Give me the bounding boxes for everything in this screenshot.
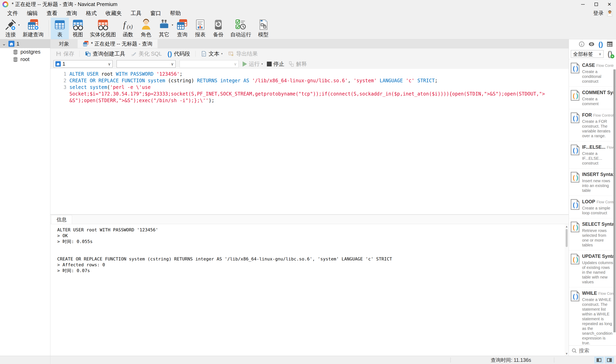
menu-items: 文件编辑查看查询格式收藏夹工具窗口帮助: [3, 10, 185, 17]
search-icon: [572, 348, 577, 353]
snippet-item-comment[interactable]: ()COMMENT SyntaxCreate a comment: [569, 87, 616, 109]
snippet-item-loop[interactable]: ()LOOPFlow ControlCreate a simple loop c…: [569, 196, 616, 218]
message-scrollbar[interactable]: ▲ ▼: [565, 224, 569, 356]
toolbar-label: 实体化视图: [90, 31, 116, 38]
scroll-up-icon[interactable]: ▲: [566, 224, 567, 229]
toolbar-label: 表: [57, 31, 62, 38]
beautify-sql-button[interactable]: 美化 SQL: [128, 50, 164, 58]
toolbar-label: 函数: [123, 31, 133, 38]
snippet-item-select[interactable]: ()SELECT SyntaxRetrieve rows selected fr…: [569, 218, 616, 250]
toolbar-query-button[interactable]: 查询: [173, 18, 191, 39]
toggle-right-panel-button[interactable]: [605, 357, 614, 364]
maximize-button[interactable]: [590, 0, 603, 9]
close-button[interactable]: ✕: [603, 0, 616, 9]
run-button[interactable]: 运行 ▾: [243, 60, 263, 68]
snippet-item-update[interactable]: ()UPDATE SyntaxUpdates columns of existi…: [569, 250, 616, 287]
scroll-down-icon[interactable]: ▼: [566, 351, 567, 356]
svg-text:): ): [575, 224, 579, 231]
export-result-button[interactable]: 导出结果: [226, 50, 260, 58]
toolbar-table-button[interactable]: 表: [51, 18, 69, 39]
user-avatar[interactable]: [606, 10, 613, 17]
toolbar-view-button[interactable]: 视图: [69, 18, 87, 39]
function-icon: f(x): [122, 19, 134, 30]
toolbar-automation-button[interactable]: 自动运行: [227, 18, 254, 39]
line-number: 2: [50, 78, 66, 84]
svg-text:): ): [575, 293, 579, 300]
menu-item-窗口[interactable]: 窗口: [146, 10, 166, 17]
snippet-scrollbar[interactable]: [613, 69, 616, 332]
save-button[interactable]: 保存: [53, 50, 77, 58]
code-line: 1ALTER USER root WITH PASSWORD '123456';: [50, 71, 569, 78]
tree-database-postgres[interactable]: postgres: [0, 48, 50, 56]
toggle-left-panel-button[interactable]: [594, 357, 603, 364]
snippet-body: COMMENT SyntaxCreate a comment: [582, 90, 614, 106]
code-snippet-button[interactable]: () 代码段: [165, 50, 193, 58]
toolbar-report-button[interactable]: 报表: [191, 18, 209, 39]
menu-item-工具[interactable]: 工具: [126, 10, 146, 17]
query-builder-button[interactable]: 查询创建工具: [82, 50, 128, 58]
toolbar-backup-button[interactable]: 备份: [209, 18, 227, 39]
text-button[interactable]: 文本 ▾: [198, 50, 225, 58]
sql-editor[interactable]: 1ALTER USER root WITH PASSWORD '123456';…: [50, 69, 569, 214]
info-icon[interactable]: [579, 41, 585, 47]
syntax-snippet-icon: (): [570, 221, 580, 232]
tab-info[interactable]: 信息: [51, 215, 72, 224]
snippet-item-for[interactable]: ()FORFlow ControlCreate a FOR construct.…: [569, 109, 616, 141]
query-icon: [176, 19, 188, 30]
snippet-item-while[interactable]: ()WHILEFlow ControlCreate a WHILE constr…: [569, 287, 616, 345]
chevron-down-icon[interactable]: ⌄: [2, 42, 6, 46]
menu-item-帮助[interactable]: 帮助: [166, 10, 185, 17]
tree-database-root[interactable]: root: [0, 56, 50, 63]
snippets-braces-icon[interactable]: (): [598, 41, 603, 48]
menu-item-查询[interactable]: 查询: [62, 10, 81, 17]
menu-item-文件[interactable]: 文件: [3, 10, 23, 17]
database-select[interactable]: ∨: [116, 60, 176, 68]
postgresql-icon: [8, 41, 14, 47]
add-snippet-button[interactable]: () +: [606, 50, 614, 58]
snippet-body: LOOPFlow ControlCreate a simple loop con…: [582, 199, 614, 215]
dropdown-caret-icon: ▾: [221, 52, 223, 55]
snippet-title: LOOPFlow Control: [582, 199, 614, 205]
menu-item-收藏夹[interactable]: 收藏夹: [101, 10, 126, 17]
toolbar-others-button[interactable]: ▾其它: [155, 18, 173, 39]
tab-query[interactable]: * 正在处理 -- 无标题 - 查询: [78, 39, 157, 48]
snippet-item-ifelse[interactable]: ()IF...ELSE...Flow ControlCreate a IF...…: [569, 141, 616, 169]
toolbar-role-button[interactable]: 角色: [137, 18, 155, 39]
schema-select[interactable]: ∨: [180, 60, 239, 68]
stop-button[interactable]: 停止: [267, 60, 284, 68]
database-icon: [13, 56, 18, 62]
toolbar-connection-button[interactable]: ▾连接: [2, 18, 20, 39]
preview-eye-icon[interactable]: [589, 41, 594, 47]
toolbar-function-button[interactable]: f(x)函数: [119, 18, 137, 39]
toolbar-separator: [195, 51, 196, 57]
postgresql-icon: [55, 61, 61, 67]
svg-text:): ): [575, 115, 579, 122]
snippet-description: Create a conditional construct: [582, 69, 614, 84]
menu-item-查看[interactable]: 查看: [42, 10, 62, 17]
snippet-search[interactable]: 搜索: [569, 345, 616, 356]
toolbar-new-query-button[interactable]: 新建查询: [20, 18, 47, 39]
line-number: [50, 97, 66, 104]
snippet-item-case[interactable]: ()CASEFlow ControlCreate a conditional c…: [569, 59, 616, 87]
snippet-category: Flow Control: [607, 145, 614, 149]
minimize-button[interactable]: [576, 0, 590, 9]
menu-item-格式[interactable]: 格式: [81, 10, 101, 17]
connection-select[interactable]: 1 ∨: [53, 60, 113, 68]
explain-button[interactable]: 解释: [288, 60, 307, 68]
connection-select-value: 1: [62, 61, 65, 67]
tree-connection-row[interactable]: ⌄1: [0, 39, 50, 48]
beautify-sql-icon: [131, 51, 137, 57]
chevron-down-icon: ∨: [234, 62, 237, 66]
snippet-body: SELECT SyntaxRetrieve rows selected from…: [582, 221, 614, 247]
toolbar-model-button[interactable]: 模型: [254, 18, 272, 39]
menu-item-编辑[interactable]: 编辑: [23, 10, 42, 17]
grid-icon[interactable]: [607, 41, 613, 47]
tab-objects[interactable]: 对象: [50, 39, 78, 48]
scrollbar-thumb[interactable]: [566, 229, 568, 247]
snippet-item-insert[interactable]: ()INSERT SyntaxInsert new rows into an e…: [569, 169, 616, 196]
toolbar-label: 自动运行: [230, 31, 251, 38]
explain-icon: [288, 61, 294, 67]
login-button[interactable]: 登录: [593, 10, 603, 17]
toolbar-materialized-view-button[interactable]: 实体化视图: [87, 18, 119, 39]
tag-filter-select[interactable]: 全部标签 ∨: [571, 50, 603, 58]
